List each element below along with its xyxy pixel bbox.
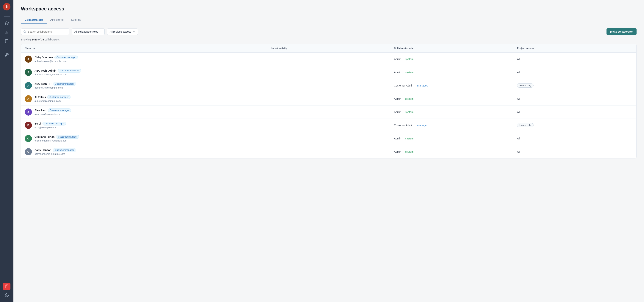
table-row[interactable]: A ABC Tech-HR Customer manager abctech.h… xyxy=(21,79,636,92)
user-cell: C Cristiano Forlán Customer manager cris… xyxy=(21,132,267,145)
chevron-down-icon xyxy=(132,30,135,33)
tab-api-clients[interactable]: API clients xyxy=(47,16,67,24)
toolbar: All collaborator roles All projects acce… xyxy=(21,28,636,35)
col-project-access: Project access xyxy=(513,44,636,52)
project-access-cell: All xyxy=(513,92,636,105)
latest-activity-cell xyxy=(267,132,390,145)
collaborator-role-cell: Admin system xyxy=(390,92,514,105)
project-access-cell: All xyxy=(513,105,636,119)
user-name: Bo Li xyxy=(34,122,41,125)
role-tag: system xyxy=(405,150,414,153)
svg-marker-0 xyxy=(5,22,8,23)
sidebar: S xyxy=(0,0,14,302)
role-badge: Customer manager xyxy=(42,122,66,125)
avatar: C xyxy=(25,148,32,155)
role-tag: system xyxy=(405,97,414,100)
chart-icon[interactable] xyxy=(3,28,10,36)
table-row[interactable]: A Abby Donovan Customer manager abby.don… xyxy=(21,52,636,66)
role-divider xyxy=(415,124,415,127)
user-info: Bo Li Customer manager bo.li@example.com xyxy=(34,122,66,129)
sidebar-bottom xyxy=(3,283,10,299)
sort-asc-icon xyxy=(33,47,36,50)
role-badge: Customer manager xyxy=(58,69,81,72)
project-access-cell: All xyxy=(513,145,636,158)
col-name[interactable]: Name xyxy=(21,44,267,52)
user-cell: A Al Peters Customer manager al.peters@e… xyxy=(21,92,267,105)
tab-collaborators[interactable]: Collaborators xyxy=(21,16,47,24)
avatar: A xyxy=(25,108,32,116)
user-info: ABC Tech- Admin Customer manager abctech… xyxy=(34,69,81,76)
table-row[interactable]: A Alex Paul Customer manager alex.paul@e… xyxy=(21,105,636,119)
collaborator-role-cell: Admin system xyxy=(390,145,514,158)
role-label: Admin xyxy=(394,97,402,100)
user-cell: A Alex Paul Customer manager alex.paul@e… xyxy=(21,105,267,119)
table-row[interactable]: A ABC Tech- Admin Customer manager abcte… xyxy=(21,66,636,79)
user-cell: B Bo Li Customer manager bo.li@example.c… xyxy=(21,119,267,132)
main-content: Workspace access Collaborators API clien… xyxy=(14,0,644,302)
role-badge: Customer manager xyxy=(48,95,71,99)
roles-filter-dropdown[interactable]: All collaborator roles xyxy=(72,28,105,35)
avatar: A xyxy=(25,69,32,76)
collaborator-role-cell: Customer Admin managed xyxy=(390,79,514,92)
user-name: Al Peters xyxy=(34,96,46,99)
role-label: Admin xyxy=(394,150,402,153)
table-row[interactable]: B Bo Li Customer manager bo.li@example.c… xyxy=(21,119,636,132)
user-cell: A Abby Donovan Customer manager abby.don… xyxy=(21,52,267,66)
search-input[interactable] xyxy=(28,30,67,33)
latest-activity-cell xyxy=(267,52,390,66)
collaborator-role-cell: Admin system xyxy=(390,105,514,119)
content-area: Workspace access Collaborators API clien… xyxy=(14,0,644,302)
user-avatar[interactable]: S xyxy=(3,3,10,10)
role-label: Customer Admin xyxy=(394,124,413,127)
avatar: A xyxy=(25,82,32,89)
col-latest-activity: Latest activity xyxy=(267,44,390,52)
user-email: al.peters@example.com xyxy=(34,100,70,102)
layers-icon[interactable] xyxy=(3,19,10,27)
user-email: abctech.hr@example.com xyxy=(34,86,76,89)
user-name: Abby Donovan xyxy=(34,56,53,59)
table-row[interactable]: A Al Peters Customer manager al.peters@e… xyxy=(21,92,636,105)
collaborator-role-cell: Customer Admin managed xyxy=(390,119,514,132)
search-icon xyxy=(23,30,26,33)
svg-rect-4 xyxy=(6,285,8,288)
role-label: Admin xyxy=(394,58,402,61)
user-email: abctech.admin@example.com xyxy=(34,73,81,76)
avatar: C xyxy=(25,135,32,142)
role-tag: managed xyxy=(417,124,428,127)
role-badge: Customer manager xyxy=(54,55,78,59)
role-label: Admin xyxy=(394,71,402,74)
collaborators-table: Name Latest activity Collaborator role P… xyxy=(21,44,636,158)
search-box xyxy=(21,28,70,35)
user-info: Cristiano Forlán Customer manager cristi… xyxy=(34,135,79,142)
invite-collaborator-button[interactable]: Invite collaborator xyxy=(606,28,636,35)
role-tag: system xyxy=(405,137,414,140)
table-row[interactable]: C Carly Hanson Customer manager carly.ha… xyxy=(21,145,636,158)
role-label: Customer Admin xyxy=(394,84,413,87)
user-name: Cristiano Forlán xyxy=(34,135,54,138)
avatar: A xyxy=(25,55,32,63)
svg-line-10 xyxy=(25,32,26,33)
tab-settings[interactable]: Settings xyxy=(67,16,85,24)
book-icon[interactable] xyxy=(3,37,10,45)
latest-activity-cell xyxy=(267,119,390,132)
project-access-cell: All xyxy=(513,52,636,66)
role-tag: system xyxy=(405,58,414,61)
project-access-cell: Home only xyxy=(513,79,636,92)
chevron-down-icon xyxy=(99,30,102,33)
latest-activity-cell xyxy=(267,79,390,92)
svg-point-9 xyxy=(24,30,26,33)
user-info: Abby Donovan Customer manager abby.donov… xyxy=(34,55,78,63)
home-only-badge: Home only xyxy=(517,123,533,127)
user-email: cristiano.forlán@example.com xyxy=(34,139,79,142)
collaborator-role-cell: Admin system xyxy=(390,132,514,145)
user-email: carly.hanson@example.com xyxy=(34,152,76,155)
latest-activity-cell xyxy=(267,145,390,158)
avatar: B xyxy=(25,122,32,129)
table-row[interactable]: C Cristiano Forlán Customer manager cris… xyxy=(21,132,636,145)
report-icon[interactable] xyxy=(3,283,10,290)
user-cell: A ABC Tech- Admin Customer manager abcte… xyxy=(21,66,267,79)
wrench-icon[interactable] xyxy=(3,51,10,58)
gear-icon[interactable] xyxy=(3,292,10,299)
access-filter-dropdown[interactable]: All projects access xyxy=(107,28,138,35)
collaborator-role-cell: Admin system xyxy=(390,52,514,66)
